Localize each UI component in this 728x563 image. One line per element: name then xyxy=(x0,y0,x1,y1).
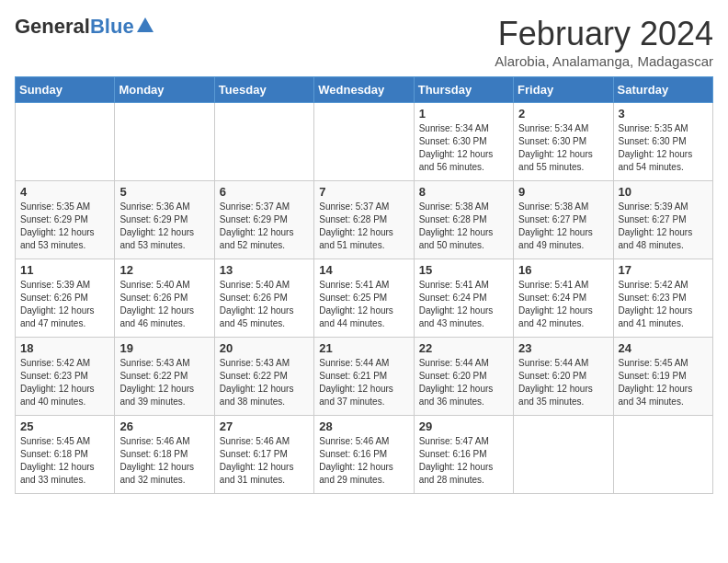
day-info: Sunrise: 5:43 AM Sunset: 6:22 PM Dayligh… xyxy=(220,357,309,408)
calendar-cell: 20Sunrise: 5:43 AM Sunset: 6:22 PM Dayli… xyxy=(214,338,313,416)
month-title: February 2024 xyxy=(495,15,713,53)
calendar-cell xyxy=(214,103,313,181)
calendar-cell: 27Sunrise: 5:46 AM Sunset: 6:17 PM Dayli… xyxy=(214,416,313,494)
day-number: 9 xyxy=(518,185,608,199)
day-info: Sunrise: 5:45 AM Sunset: 6:19 PM Dayligh… xyxy=(619,357,708,408)
calendar-cell: 4Sunrise: 5:35 AM Sunset: 6:29 PM Daylig… xyxy=(16,181,115,259)
day-number: 8 xyxy=(419,185,508,199)
day-info: Sunrise: 5:39 AM Sunset: 6:27 PM Dayligh… xyxy=(619,201,708,252)
day-number: 15 xyxy=(419,263,508,277)
day-info: Sunrise: 5:37 AM Sunset: 6:29 PM Dayligh… xyxy=(220,201,309,252)
day-info: Sunrise: 5:41 AM Sunset: 6:24 PM Dayligh… xyxy=(518,279,608,330)
day-info: Sunrise: 5:46 AM Sunset: 6:16 PM Dayligh… xyxy=(319,435,408,487)
day-number: 14 xyxy=(319,263,408,277)
day-number: 27 xyxy=(220,419,309,433)
calendar-cell: 23Sunrise: 5:44 AM Sunset: 6:20 PM Dayli… xyxy=(514,338,613,416)
calendar-cell: 7Sunrise: 5:37 AM Sunset: 6:28 PM Daylig… xyxy=(314,181,414,259)
weekday-header: Wednesday xyxy=(314,77,414,103)
day-info: Sunrise: 5:44 AM Sunset: 6:20 PM Dayligh… xyxy=(419,357,508,408)
day-number: 1 xyxy=(419,107,508,121)
logo: General Blue xyxy=(15,15,154,39)
day-info: Sunrise: 5:34 AM Sunset: 6:30 PM Dayligh… xyxy=(518,122,608,174)
calendar-cell xyxy=(314,103,414,181)
calendar-week-row: 18Sunrise: 5:42 AM Sunset: 6:23 PM Dayli… xyxy=(16,338,713,416)
calendar-cell: 22Sunrise: 5:44 AM Sunset: 6:20 PM Dayli… xyxy=(414,338,513,416)
day-number: 20 xyxy=(220,341,309,355)
calendar-cell: 11Sunrise: 5:39 AM Sunset: 6:26 PM Dayli… xyxy=(16,259,115,338)
day-info: Sunrise: 5:45 AM Sunset: 6:18 PM Dayligh… xyxy=(20,435,109,487)
day-number: 12 xyxy=(119,263,209,277)
day-info: Sunrise: 5:42 AM Sunset: 6:23 PM Dayligh… xyxy=(20,357,109,408)
header: General Blue February 2024 Alarobia, Ana… xyxy=(15,15,713,69)
day-info: Sunrise: 5:41 AM Sunset: 6:24 PM Dayligh… xyxy=(419,279,508,330)
day-info: Sunrise: 5:35 AM Sunset: 6:29 PM Dayligh… xyxy=(20,201,109,252)
day-info: Sunrise: 5:35 AM Sunset: 6:30 PM Dayligh… xyxy=(619,122,708,174)
weekday-header: Thursday xyxy=(414,77,513,103)
logo-blue-text: Blue xyxy=(90,15,134,39)
day-info: Sunrise: 5:39 AM Sunset: 6:26 PM Dayligh… xyxy=(20,279,109,330)
day-number: 23 xyxy=(518,341,608,355)
weekday-header-row: SundayMondayTuesdayWednesdayThursdayFrid… xyxy=(16,77,713,103)
calendar-cell: 3Sunrise: 5:35 AM Sunset: 6:30 PM Daylig… xyxy=(613,103,712,181)
day-number: 21 xyxy=(319,341,408,355)
day-info: Sunrise: 5:36 AM Sunset: 6:29 PM Dayligh… xyxy=(119,201,209,252)
day-info: Sunrise: 5:40 AM Sunset: 6:26 PM Dayligh… xyxy=(220,279,309,330)
calendar-cell xyxy=(16,103,115,181)
day-number: 24 xyxy=(619,341,708,355)
day-number: 13 xyxy=(220,263,309,277)
calendar-cell: 5Sunrise: 5:36 AM Sunset: 6:29 PM Daylig… xyxy=(115,181,214,259)
calendar-week-row: 4Sunrise: 5:35 AM Sunset: 6:29 PM Daylig… xyxy=(16,181,713,259)
calendar-cell: 8Sunrise: 5:38 AM Sunset: 6:28 PM Daylig… xyxy=(414,181,513,259)
calendar-week-row: 25Sunrise: 5:45 AM Sunset: 6:18 PM Dayli… xyxy=(16,416,713,494)
calendar-cell: 1Sunrise: 5:34 AM Sunset: 6:30 PM Daylig… xyxy=(414,103,513,181)
day-number: 16 xyxy=(518,263,608,277)
day-info: Sunrise: 5:38 AM Sunset: 6:28 PM Dayligh… xyxy=(419,201,508,252)
day-number: 3 xyxy=(619,107,708,121)
day-number: 17 xyxy=(619,263,708,277)
day-info: Sunrise: 5:41 AM Sunset: 6:25 PM Dayligh… xyxy=(319,279,408,330)
calendar-cell: 24Sunrise: 5:45 AM Sunset: 6:19 PM Dayli… xyxy=(613,338,712,416)
calendar-cell: 26Sunrise: 5:46 AM Sunset: 6:18 PM Dayli… xyxy=(115,416,214,494)
calendar-cell: 9Sunrise: 5:38 AM Sunset: 6:27 PM Daylig… xyxy=(514,181,613,259)
day-info: Sunrise: 5:46 AM Sunset: 6:17 PM Dayligh… xyxy=(220,435,309,487)
day-number: 26 xyxy=(119,419,209,433)
day-number: 10 xyxy=(619,185,708,199)
calendar-week-row: 11Sunrise: 5:39 AM Sunset: 6:26 PM Dayli… xyxy=(16,259,713,338)
calendar-cell: 14Sunrise: 5:41 AM Sunset: 6:25 PM Dayli… xyxy=(314,259,414,338)
day-info: Sunrise: 5:42 AM Sunset: 6:23 PM Dayligh… xyxy=(619,279,708,330)
day-number: 2 xyxy=(518,107,608,121)
day-number: 19 xyxy=(119,341,209,355)
calendar-cell xyxy=(115,103,214,181)
location-subtitle: Alarobia, Analamanga, Madagascar xyxy=(495,53,713,69)
day-info: Sunrise: 5:38 AM Sunset: 6:27 PM Dayligh… xyxy=(518,201,608,252)
calendar-cell: 6Sunrise: 5:37 AM Sunset: 6:29 PM Daylig… xyxy=(214,181,313,259)
calendar-cell: 29Sunrise: 5:47 AM Sunset: 6:16 PM Dayli… xyxy=(414,416,513,494)
weekday-header: Friday xyxy=(514,77,613,103)
calendar-week-row: 1Sunrise: 5:34 AM Sunset: 6:30 PM Daylig… xyxy=(16,103,713,181)
weekday-header: Tuesday xyxy=(214,77,313,103)
weekday-header: Monday xyxy=(115,77,214,103)
calendar-cell: 15Sunrise: 5:41 AM Sunset: 6:24 PM Dayli… xyxy=(414,259,513,338)
calendar-cell: 12Sunrise: 5:40 AM Sunset: 6:26 PM Dayli… xyxy=(115,259,214,338)
day-info: Sunrise: 5:40 AM Sunset: 6:26 PM Dayligh… xyxy=(119,279,209,330)
day-number: 18 xyxy=(20,341,109,355)
logo-icon xyxy=(137,17,154,36)
calendar-cell xyxy=(613,416,712,494)
day-info: Sunrise: 5:34 AM Sunset: 6:30 PM Dayligh… xyxy=(419,122,508,174)
day-number: 29 xyxy=(419,419,508,433)
calendar-cell: 18Sunrise: 5:42 AM Sunset: 6:23 PM Dayli… xyxy=(16,338,115,416)
logo-general-text: General xyxy=(15,15,90,39)
calendar-cell: 2Sunrise: 5:34 AM Sunset: 6:30 PM Daylig… xyxy=(514,103,613,181)
svg-marker-0 xyxy=(137,17,154,32)
day-number: 5 xyxy=(119,185,209,199)
weekday-header: Saturday xyxy=(613,77,712,103)
calendar-cell: 10Sunrise: 5:39 AM Sunset: 6:27 PM Dayli… xyxy=(613,181,712,259)
day-info: Sunrise: 5:37 AM Sunset: 6:28 PM Dayligh… xyxy=(319,201,408,252)
day-info: Sunrise: 5:43 AM Sunset: 6:22 PM Dayligh… xyxy=(119,357,209,408)
day-info: Sunrise: 5:44 AM Sunset: 6:20 PM Dayligh… xyxy=(518,357,608,408)
day-number: 6 xyxy=(220,185,309,199)
weekday-header: Sunday xyxy=(16,77,115,103)
calendar-cell: 19Sunrise: 5:43 AM Sunset: 6:22 PM Dayli… xyxy=(115,338,214,416)
calendar-cell: 28Sunrise: 5:46 AM Sunset: 6:16 PM Dayli… xyxy=(314,416,414,494)
day-number: 4 xyxy=(20,185,109,199)
